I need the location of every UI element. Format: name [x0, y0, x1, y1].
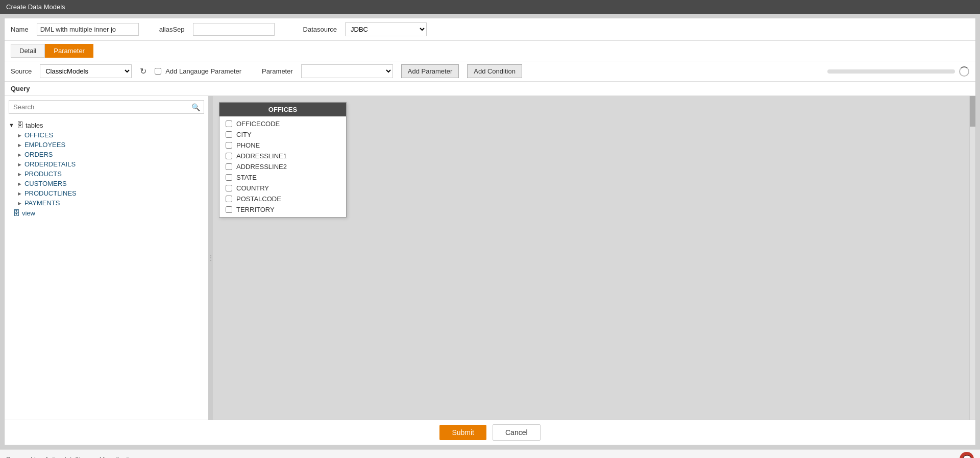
chat-icon[interactable]: 💬: [960, 452, 974, 458]
db-icon: 🗄: [16, 121, 23, 129]
field-label-phone: PHONE: [236, 141, 260, 149]
table-field-addressline2[interactable]: ADDRESSLINE2: [219, 161, 346, 172]
drag-handle[interactable]: [209, 96, 213, 420]
app-title: Create Data Models: [6, 3, 65, 11]
field-label-territory: TERRITORY: [236, 206, 275, 213]
view-label: view: [22, 209, 35, 217]
field-label-addressline1: ADDRESSLINE1: [236, 152, 287, 160]
chevron-icon: ►: [17, 161, 22, 167]
tab-detail[interactable]: Detail: [11, 44, 45, 58]
field-checkbox-country[interactable]: [226, 185, 232, 191]
field-label-officecode: OFFICECODE: [236, 120, 280, 128]
progress-area: [827, 66, 969, 77]
table-popup-header: OFFICES: [219, 103, 346, 116]
chevron-icon: ►: [17, 181, 22, 187]
query-section: Query: [5, 82, 975, 95]
chevron-icon: ►: [17, 171, 22, 177]
footer-bar: Powered by: Active Intelligence Visualiz…: [0, 449, 980, 458]
table-field-phone[interactable]: PHONE: [219, 140, 346, 151]
field-label-city: CITY: [236, 131, 252, 138]
cancel-button[interactable]: Cancel: [493, 424, 541, 441]
tree-item-label: OFFICES: [24, 131, 53, 139]
field-checkbox-city[interactable]: [226, 131, 232, 138]
tree-item-label: PAYMENTS: [24, 199, 60, 207]
refresh-icon[interactable]: ↻: [140, 66, 146, 76]
search-input[interactable]: [9, 100, 204, 114]
source-select[interactable]: ClassicModels: [40, 64, 132, 78]
spinner-icon: [959, 66, 969, 77]
table-field-addressline1[interactable]: ADDRESSLINE1: [219, 151, 346, 161]
add-language-checkbox-label: Add Langauge Parameter: [155, 67, 241, 75]
tree-root-label: tables: [26, 122, 43, 129]
tab-parameter[interactable]: Parameter: [45, 44, 93, 58]
field-checkbox-addressline2[interactable]: [226, 163, 232, 170]
tree-item-employees[interactable]: ► EMPLOYEES: [9, 140, 204, 150]
progress-bar-container: [827, 69, 955, 74]
bottom-bar: Submit Cancel: [5, 420, 975, 445]
expand-icon: ▼: [9, 122, 14, 128]
scrollbar-thumb[interactable]: [970, 96, 975, 127]
tree-item-products[interactable]: ► PRODUCTS: [9, 169, 204, 179]
parameter-select[interactable]: [301, 64, 393, 78]
table-field-country[interactable]: COUNTRY: [219, 183, 346, 194]
table-field-state[interactable]: STATE: [219, 172, 346, 183]
tree-item-label: PRODUCTS: [24, 170, 62, 178]
add-parameter-button[interactable]: Add Parameter: [401, 64, 459, 78]
name-input[interactable]: [37, 23, 139, 36]
field-label-postalcode: POSTALCODE: [236, 195, 281, 203]
table-field-postalcode[interactable]: POSTALCODE: [219, 194, 346, 204]
footer-text: Powered by: Active Intelligence Visualiz…: [6, 455, 137, 459]
add-condition-button[interactable]: Add Condition: [467, 64, 522, 78]
alias-sep-input[interactable]: [193, 23, 275, 36]
table-popup-body: OFFICECODE CITY PHONE ADDRESSLINE1: [219, 116, 346, 217]
tree-item-productlines[interactable]: ► PRODUCTLINES: [9, 188, 204, 198]
field-label-state: STATE: [236, 174, 257, 181]
left-panel: 🔍 ▼ 🗄 tables ► OFFICES ► EMPLOYEES ►: [5, 96, 209, 420]
db-stack-icon: 🗄: [13, 209, 20, 217]
tree-item-orders[interactable]: ► ORDERS: [9, 150, 204, 159]
chevron-icon: ►: [17, 142, 22, 148]
chevron-icon: ►: [17, 132, 22, 138]
chevron-icon: ►: [17, 152, 22, 158]
main-container: Name aliasSep Datasource JDBC REST CSV D…: [4, 18, 976, 445]
datasource-select[interactable]: JDBC REST CSV: [345, 22, 427, 36]
chevron-icon: ►: [17, 200, 22, 206]
table-field-territory[interactable]: TERRITORY: [219, 204, 346, 215]
field-checkbox-postalcode[interactable]: [226, 196, 232, 202]
table-field-city[interactable]: CITY: [219, 129, 346, 140]
add-language-checkbox[interactable]: [155, 68, 161, 75]
search-icon: 🔍: [191, 103, 200, 111]
field-label-addressline2: ADDRESSLINE2: [236, 163, 287, 171]
top-row: Name aliasSep Datasource JDBC REST CSV: [5, 18, 975, 41]
submit-button[interactable]: Submit: [439, 425, 486, 440]
tree-view-item[interactable]: 🗄 view: [9, 208, 204, 218]
tree-item-label: ORDERS: [24, 151, 53, 158]
right-scrollable[interactable]: OFFICES OFFICECODE CITY PH: [213, 96, 969, 420]
search-container: 🔍: [9, 100, 204, 114]
field-checkbox-phone[interactable]: [226, 142, 232, 149]
add-language-label-text: Add Langauge Parameter: [165, 67, 241, 75]
tree-section: ▼ 🗄 tables ► OFFICES ► EMPLOYEES ► ORDER…: [9, 118, 204, 220]
field-checkbox-territory[interactable]: [226, 206, 232, 213]
field-checkbox-addressline1[interactable]: [226, 153, 232, 159]
parameter-label: Parameter: [262, 67, 293, 75]
tree-item-customers[interactable]: ► CUSTOMERS: [9, 179, 204, 188]
table-name: OFFICES: [268, 106, 297, 113]
tree-item-orderdetails[interactable]: ► ORDERDETAILS: [9, 159, 204, 169]
tree-item-offices[interactable]: ► OFFICES: [9, 130, 204, 140]
tree-item-label: EMPLOYEES: [24, 141, 65, 149]
table-popup-offices: OFFICES OFFICECODE CITY PH: [219, 102, 347, 218]
field-checkbox-officecode[interactable]: [226, 120, 232, 127]
field-checkbox-state[interactable]: [226, 174, 232, 181]
query-label: Query: [11, 85, 30, 92]
field-label-country: COUNTRY: [236, 184, 269, 192]
table-field-officecode[interactable]: OFFICECODE: [219, 118, 346, 129]
alias-sep-label: aliasSep: [159, 26, 185, 33]
scrollbar-track[interactable]: [969, 96, 975, 420]
title-bar: Create Data Models: [0, 0, 980, 14]
options-row: Source ClassicModels ↻ Add Langauge Para…: [5, 61, 975, 82]
source-label: Source: [11, 67, 32, 75]
tree-root-tables[interactable]: ▼ 🗄 tables: [9, 120, 204, 130]
tree-item-payments[interactable]: ► PAYMENTS: [9, 198, 204, 208]
right-panel: OFFICES OFFICECODE CITY PH: [213, 96, 975, 420]
